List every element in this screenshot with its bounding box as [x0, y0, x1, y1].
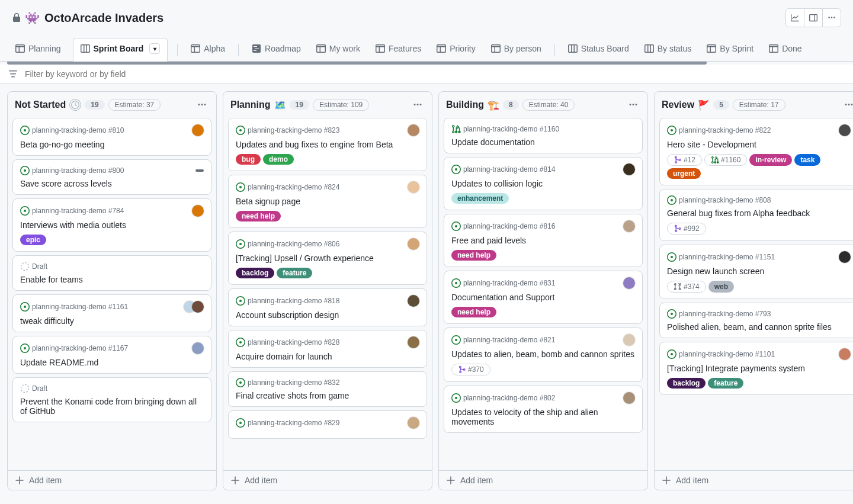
- avatar[interactable]: [192, 124, 204, 136]
- card[interactable]: planning-tracking-demo #802 Updates to v…: [444, 386, 643, 433]
- tab-by-sprint[interactable]: By Sprint: [703, 39, 757, 60]
- assignee-avatars[interactable]: [842, 124, 851, 136]
- linked-ref[interactable]: #992: [667, 223, 706, 235]
- assignee-avatars[interactable]: [627, 277, 635, 289]
- label[interactable]: demo: [263, 154, 294, 165]
- tab-priority[interactable]: Priority: [433, 39, 479, 60]
- card[interactable]: planning-tracking-demo #810 Beta go-no-g…: [12, 118, 211, 156]
- assignee-avatars[interactable]: [842, 348, 851, 360]
- assignee-avatars[interactable]: [195, 205, 204, 217]
- card[interactable]: planning-tracking-demo #824 Beta signup …: [228, 175, 427, 228]
- assignee-avatars[interactable]: [411, 238, 419, 250]
- tab-done[interactable]: Done: [765, 39, 805, 60]
- tab-features[interactable]: Features: [372, 39, 425, 60]
- linked-ref[interactable]: #374: [667, 281, 706, 293]
- assignee-avatars[interactable]: [187, 301, 204, 313]
- assignee-avatars[interactable]: [411, 336, 419, 348]
- filter-icon[interactable]: [8, 69, 18, 79]
- card[interactable]: planning-tracking-demo #793 Polished ali…: [659, 303, 853, 338]
- tab-by-person[interactable]: By person: [488, 39, 545, 60]
- assignee-avatars[interactable]: [627, 220, 635, 232]
- assignee-avatars[interactable]: [411, 417, 419, 429]
- column-menu[interactable]: [842, 98, 853, 112]
- card[interactable]: planning-tracking-demo #808 General bug …: [659, 189, 853, 241]
- card[interactable]: planning-tracking-demo #1167 Update READ…: [12, 336, 211, 374]
- label[interactable]: enhancement: [451, 193, 509, 204]
- more-button[interactable]: [822, 8, 841, 27]
- avatar[interactable]: [839, 124, 851, 136]
- card[interactable]: planning-tracking-demo #800 Save score a…: [12, 159, 211, 195]
- card[interactable]: planning-tracking-demo #828 Acquire doma…: [228, 330, 427, 368]
- tab-sprint-board[interactable]: Sprint Board▾: [73, 38, 168, 62]
- assignee-avatars[interactable]: [627, 392, 635, 404]
- card[interactable]: planning-tracking-demo #784 Interviews w…: [12, 198, 211, 252]
- add-item-button[interactable]: Add item: [655, 470, 853, 490]
- tab-my-work[interactable]: My work: [313, 39, 364, 60]
- column-menu[interactable]: [411, 98, 425, 112]
- add-item-button[interactable]: Add item: [8, 470, 216, 490]
- tab-status-board[interactable]: Status Board: [565, 39, 633, 60]
- column-menu[interactable]: [195, 98, 209, 112]
- card[interactable]: Draft Enable for teams: [12, 255, 211, 291]
- label[interactable]: backlog: [236, 268, 274, 278]
- avatar[interactable]: [408, 417, 419, 429]
- tab-roadmap[interactable]: Roadmap: [248, 39, 304, 60]
- avatar[interactable]: [623, 163, 635, 175]
- avatar[interactable]: [408, 336, 419, 348]
- label[interactable]: need help: [451, 307, 496, 317]
- panel-button[interactable]: [804, 8, 823, 27]
- avatar[interactable]: [192, 301, 204, 313]
- label[interactable]: feature: [277, 268, 312, 278]
- card[interactable]: planning-tracking-demo #829: [228, 410, 427, 439]
- caret-down-icon[interactable]: ▾: [149, 43, 160, 54]
- label[interactable]: need help: [451, 250, 496, 261]
- avatar[interactable]: [623, 392, 635, 404]
- card[interactable]: Draft Prevent the Konami code from bring…: [12, 377, 211, 422]
- linked-ref[interactable]: #12: [667, 154, 702, 166]
- assignee-avatars[interactable]: [842, 251, 851, 263]
- add-item-button[interactable]: Add item: [439, 470, 647, 490]
- tab-planning[interactable]: Planning: [12, 39, 65, 60]
- avatar[interactable]: [623, 220, 635, 232]
- label[interactable]: need help: [236, 211, 281, 221]
- assignee-avatars[interactable]: [627, 334, 635, 346]
- card[interactable]: planning-tracking-demo #816 Free and pai…: [444, 214, 643, 267]
- assignee-avatars[interactable]: [195, 124, 204, 136]
- card[interactable]: planning-tracking-demo #821 Updates to a…: [444, 328, 643, 382]
- card[interactable]: planning-tracking-demo #814 Updates to c…: [444, 157, 643, 210]
- label[interactable]: bug: [236, 154, 261, 165]
- linked-ref[interactable]: #1160: [704, 154, 747, 166]
- tab-alpha[interactable]: Alpha: [187, 39, 229, 60]
- project-title[interactable]: OctoArcade Invaders: [44, 11, 163, 25]
- label[interactable]: in-review: [749, 154, 792, 166]
- column-menu[interactable]: [626, 98, 640, 112]
- assignee-avatars[interactable]: [411, 124, 419, 136]
- label[interactable]: epic: [20, 235, 46, 245]
- avatar[interactable]: [408, 238, 419, 250]
- assignee-avatars[interactable]: [411, 295, 419, 307]
- insights-button[interactable]: [785, 8, 804, 27]
- card[interactable]: planning-tracking-demo #1160 Update docu…: [444, 118, 643, 153]
- card[interactable]: planning-tracking-demo #1101 [Tracking] …: [659, 342, 853, 395]
- card[interactable]: planning-tracking-demo #832 Final creati…: [228, 371, 427, 407]
- card[interactable]: planning-tracking-demo #806 [Tracking] U…: [228, 232, 427, 285]
- label[interactable]: task: [794, 154, 820, 166]
- avatar[interactable]: [408, 295, 419, 307]
- card[interactable]: planning-tracking-demo #1151 Design new …: [659, 245, 853, 299]
- avatar[interactable]: [192, 342, 204, 354]
- label[interactable]: backlog: [667, 378, 706, 389]
- tab-by-status[interactable]: By status: [641, 39, 695, 60]
- label[interactable]: web: [708, 281, 734, 293]
- avatar[interactable]: [623, 334, 635, 346]
- label[interactable]: urgent: [667, 168, 701, 179]
- card[interactable]: planning-tracking-demo #831 Documentatio…: [444, 271, 643, 324]
- filter-input[interactable]: [25, 69, 262, 79]
- avatar[interactable]: [839, 348, 851, 360]
- card[interactable]: planning-tracking-demo #822 Hero site - …: [659, 118, 853, 185]
- card[interactable]: planning-tracking-demo #823 Updates and …: [228, 118, 427, 171]
- linked-ref[interactable]: #370: [451, 364, 490, 375]
- avatar[interactable]: [408, 124, 419, 136]
- assignee-avatars[interactable]: [195, 342, 204, 354]
- add-item-button[interactable]: Add item: [223, 470, 432, 490]
- assignee-avatars[interactable]: [411, 181, 419, 193]
